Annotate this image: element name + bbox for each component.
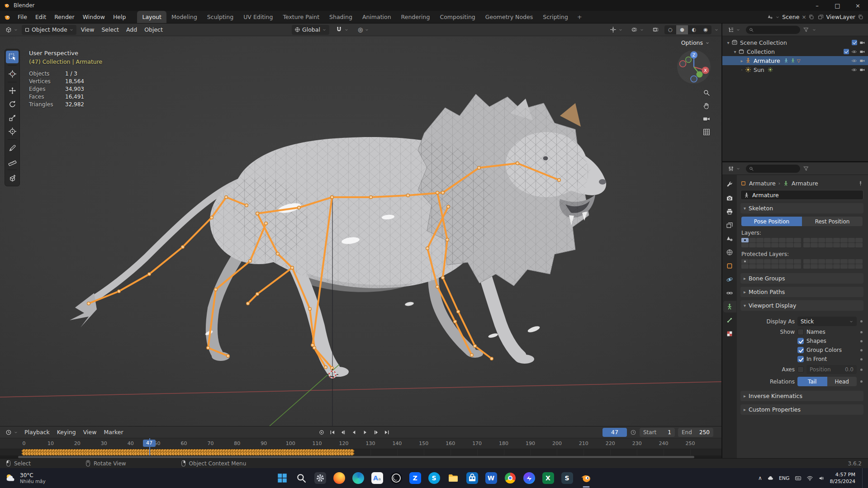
checkbox-label[interactable]: Shapes (806, 338, 826, 344)
jump-to-start-button[interactable] (327, 428, 337, 437)
properties-tab-constraints[interactable] (723, 287, 736, 299)
menu-help[interactable]: Help (109, 11, 130, 23)
next-keyframe-button[interactable] (371, 428, 381, 437)
layer-cell-25[interactable] (811, 243, 818, 247)
animate-dot[interactable] (860, 331, 863, 333)
layer-cell-19[interactable] (825, 259, 833, 264)
disable-render-icon[interactable] (859, 49, 865, 55)
chevron-down-icon[interactable] (812, 28, 816, 32)
workspace-tab-modeling[interactable]: Modeling (166, 11, 202, 23)
animate-dot[interactable] (860, 380, 863, 383)
taskbar-app-blender[interactable] (579, 470, 594, 486)
touch-keyboard-icon[interactable] (795, 475, 802, 482)
play-reverse-button[interactable] (349, 428, 359, 437)
layer-cell-11[interactable] (764, 264, 771, 269)
timeline-menu-view[interactable]: View (80, 429, 100, 436)
layer-cell-27[interactable] (825, 243, 833, 247)
breadcrumb-data[interactable]: Armature (792, 180, 818, 187)
shading-material-button[interactable]: ◐ (688, 25, 700, 34)
layer-cell-26[interactable] (818, 264, 825, 269)
layer-cell-21[interactable] (840, 259, 848, 264)
inverse-kinematics-panel-header[interactable]: ▸ Inverse Kinematics (740, 391, 863, 401)
workspace-tab-animation[interactable]: Animation (357, 11, 396, 23)
layer-cell-21[interactable] (840, 238, 848, 242)
layer-cell-23[interactable] (855, 238, 863, 242)
layer-cell-13[interactable] (779, 243, 786, 247)
animate-dot[interactable] (860, 369, 863, 371)
current-frame-field[interactable]: 47 (602, 428, 627, 437)
layer-cell-30[interactable] (848, 243, 855, 247)
tool-move[interactable] (6, 84, 19, 97)
layer-cell-24[interactable] (803, 243, 811, 247)
language-indicator[interactable]: ENG (779, 475, 790, 481)
taskbar-app-chrome[interactable] (503, 470, 518, 486)
properties-tab-texture[interactable] (723, 328, 736, 340)
bone-groups-panel-header[interactable]: ▸ Bone Groups (740, 273, 863, 284)
blender-menu-icon[interactable] (4, 14, 11, 21)
head-button[interactable]: Head (827, 377, 857, 386)
layer-cell-6[interactable] (786, 238, 793, 242)
breadcrumb-object[interactable]: Armature (749, 180, 776, 187)
shading-rendered-button[interactable]: ◉ (700, 25, 711, 34)
properties-editor-type-button[interactable] (725, 164, 743, 174)
pin-icon[interactable] (858, 180, 863, 186)
checkbox-shapes[interactable] (797, 338, 804, 344)
layer-cell-23[interactable] (855, 259, 863, 264)
tool-measure[interactable] (6, 155, 19, 168)
frame-end-field[interactable]: End 250 (678, 428, 713, 437)
unlink-scene-icon[interactable]: × (802, 14, 806, 20)
onedrive-icon[interactable] (767, 475, 774, 482)
taskbar-app-excel[interactable]: X (541, 470, 556, 486)
tool-annotate[interactable] (6, 142, 19, 154)
add-workspace-button[interactable]: + (573, 11, 586, 23)
keyframe-strip[interactable] (0, 449, 721, 455)
transform-orientation-select[interactable]: Global (292, 25, 329, 35)
layer-cell-17[interactable] (811, 238, 818, 242)
layer-cell-12[interactable] (771, 264, 778, 269)
layer-cell-22[interactable] (848, 259, 855, 264)
collection-checkbox[interactable] (852, 40, 857, 45)
outliner-label[interactable]: Sun (754, 66, 764, 73)
viewport-options-button[interactable]: Options (681, 39, 710, 46)
properties-tab-bone[interactable] (723, 314, 736, 326)
shading-wireframe-button[interactable]: ○ (664, 25, 676, 34)
tool-select-box[interactable] (6, 51, 19, 63)
editor-type-button[interactable] (3, 25, 21, 35)
taskbar-app-sharex[interactable]: S (560, 470, 575, 486)
jump-to-end-button[interactable] (382, 428, 392, 437)
layer-cell-16[interactable] (803, 259, 811, 264)
workspace-tab-rendering[interactable]: Rendering (396, 11, 435, 23)
disable-render-icon[interactable] (859, 58, 865, 64)
snap-toggle[interactable] (333, 25, 351, 35)
layer-cell-4[interactable] (771, 259, 778, 264)
viewlayer-selector[interactable]: ViewLayer (818, 14, 863, 20)
properties-tab-physics[interactable] (723, 274, 736, 285)
animate-dot[interactable] (860, 358, 863, 360)
workspace-tab-sculpting[interactable]: Sculpting (202, 11, 238, 23)
collection-checkbox[interactable] (844, 49, 849, 54)
outliner-search[interactable] (746, 26, 800, 34)
pose-position-button[interactable]: Pose Position (741, 217, 802, 226)
tool-cursor[interactable] (6, 67, 19, 80)
proportional-edit-toggle[interactable]: ◎ (355, 25, 372, 35)
layer-cell-14[interactable] (786, 264, 793, 269)
workspace-tab-shading[interactable]: Shading (324, 11, 357, 23)
skeleton-panel-header[interactable]: ▾ Skeleton (740, 203, 863, 213)
animate-dot[interactable] (860, 340, 863, 342)
layer-cell-16[interactable] (803, 238, 811, 242)
gizmo-x-axis[interactable]: X (704, 68, 707, 73)
orthographic-toggle-button[interactable] (702, 128, 711, 136)
layer-cell-1[interactable] (749, 238, 756, 242)
layer-cell-17[interactable] (811, 259, 818, 264)
layer-cell-8[interactable] (741, 243, 749, 247)
workspace-tab-scripting[interactable]: Scripting (538, 11, 573, 23)
taskbar-app-skype[interactable]: S (427, 470, 442, 486)
checkbox-label[interactable]: Group Colors (806, 347, 842, 353)
display-as-dropdown[interactable]: Stick (797, 317, 857, 326)
layer-cell-20[interactable] (833, 259, 840, 264)
properties-tab-tool[interactable] (723, 179, 736, 190)
layer-cell-0[interactable] (741, 259, 749, 264)
collapse-icon[interactable]: ▾ (732, 49, 738, 54)
properties-filter-icon[interactable] (803, 166, 809, 172)
collapse-icon[interactable]: ▾ (725, 40, 731, 45)
